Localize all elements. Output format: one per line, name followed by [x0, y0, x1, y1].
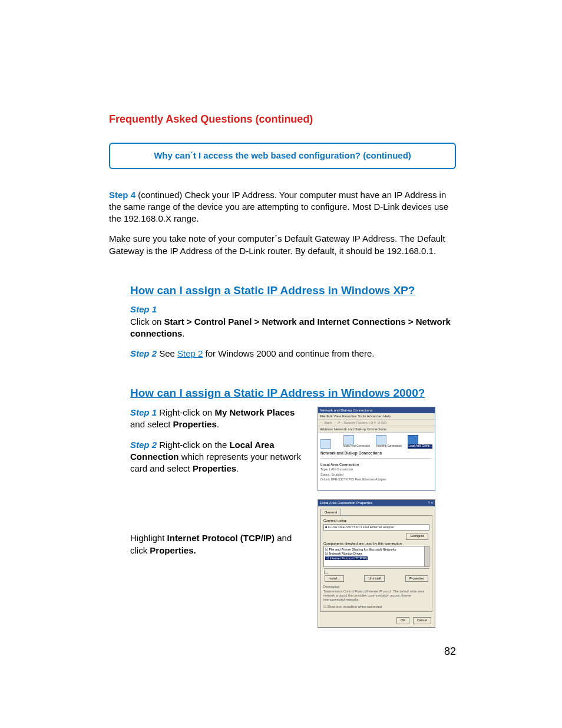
uninstall-button: Uninstall	[364, 575, 385, 582]
ss1-menubar: File Edit View Favorites Tools Advanced …	[318, 413, 435, 420]
xp-step1-post: .	[182, 328, 184, 338]
ss1-titlebar: Network and Dial-up Connections	[318, 407, 435, 413]
step4-paragraph: Step 4 (continued) Check your IP Address…	[109, 189, 456, 225]
xp-step1-pre: Click on	[130, 317, 164, 327]
ss2-tab-general: General	[320, 509, 341, 515]
ss1-sub: Local Area Connection	[320, 462, 432, 467]
connection-icon	[376, 435, 386, 444]
scrollbar	[424, 546, 429, 566]
w2k-section-title: How can I assign a Static IP Address in …	[109, 386, 456, 401]
w2k-step2: Step 2 Right-click on the Local Area Con…	[130, 439, 307, 475]
ss1-body: Make New Connection Incoming Connections…	[318, 433, 435, 490]
w2k-step2-post: .	[236, 463, 239, 473]
faq-title: Frequently Asked Questions (continued)	[109, 112, 456, 126]
xp-step2-link[interactable]: Step 2	[177, 348, 203, 358]
desc-label: Description	[323, 585, 429, 589]
xp-step1: Step 1 Click on Start > Control Panel > …	[130, 304, 456, 340]
show-icon-check: ☑ Show icon in taskbar when connected	[323, 605, 429, 609]
step4-continued: (continued)	[135, 190, 184, 200]
gateway-paragraph: Make sure you take note of your computer…	[109, 233, 456, 257]
xp-step1-bold: Start > Control Panel > Network and Inte…	[130, 317, 451, 338]
w2k-step1-label: Step 1	[130, 407, 157, 417]
list-item: ☑ File and Printer Sharing for Microsoft…	[325, 548, 428, 552]
configure-button: Configure	[406, 533, 428, 539]
ok-button: OK	[396, 617, 409, 624]
connection-icon	[343, 435, 354, 444]
ss1-heading: Network and Dial-up Connections	[320, 451, 432, 456]
icon-label-1: Incoming Connections	[376, 444, 402, 448]
ss2-title-text: Local Area Connection Properties	[320, 500, 372, 505]
network-connections-screenshot: Network and Dial-up Connections File Edi…	[318, 407, 435, 491]
ss2-connect-label: Connect using:	[323, 518, 429, 523]
screenshots-column: Network and Dial-up Connections File Edi…	[318, 407, 435, 628]
w2k-step1-bold1: My Network Places	[214, 407, 295, 417]
ss2-components-list: ☑ File and Printer Sharing for Microsoft…	[323, 546, 429, 567]
w2k-step2-bold2: Properties	[193, 463, 236, 473]
tcpip-bold1: Internet Protocol (TCP/IP)	[167, 533, 275, 543]
icon-label-2: Local Area Conne...	[408, 444, 432, 448]
ss2-adapter-field: ■ D-Link DFE-530TX PCI Fast Ethernet Ada…	[323, 524, 429, 531]
ss1-line3: D-Link DFE-530TX PCI Fast Ethernet Adapt…	[320, 477, 432, 482]
tcpip-pre: Highlight	[130, 533, 167, 543]
w2k-step1-mid: and select	[130, 419, 173, 429]
document-page: Frequently Asked Questions (continued) W…	[0, 0, 562, 717]
tcpip-bold2: Properties.	[150, 545, 196, 555]
xp-step1-label: Step 1	[130, 304, 157, 314]
lan-connection-icon	[408, 435, 418, 444]
properties-button: Properties	[405, 575, 428, 582]
page-number: 82	[109, 644, 456, 658]
install-button: Install...	[325, 575, 344, 582]
list-item: ☑ Network Monitor Driver	[325, 552, 428, 556]
desc-text: Transmission Control Protocol/Internet P…	[323, 589, 429, 602]
xp-step2-post: for Windows 2000 and continue from there…	[203, 348, 374, 358]
w2k-step1: Step 1 Right-click on My Network Places …	[130, 407, 307, 431]
cancel-button: Cancel	[413, 617, 431, 624]
ss1-line1: Type: LAN Connection	[320, 467, 432, 472]
w2k-step2-label: Step 2	[130, 440, 157, 450]
xp-step2-pre: See	[157, 348, 177, 358]
list-item-selected: ☑ Internet Protocol (TCP/IP)	[325, 556, 368, 560]
ss1-address: Address Network and Dial-up Connections	[318, 426, 435, 433]
ss1-line2: Status: Enabled	[320, 473, 432, 477]
icon-label-0: Make New Connection	[343, 444, 370, 448]
folder-icon	[320, 439, 331, 449]
ss1-toolbar: ← Back → ⟳ | Search Folders | ⧉ ✕ ⧉ ⧉ ⧉	[318, 420, 435, 426]
ss2-components-label: Components checked are used by this conn…	[323, 541, 429, 546]
xp-section-title: How can I assign a Static IP Address in …	[109, 283, 456, 298]
w2k-step2-pre: Right-click on the	[157, 440, 229, 450]
xp-step2-label: Step 2	[130, 348, 157, 358]
ss2-titlebar: Local Area Connection Properties ? ×	[318, 500, 435, 506]
w2k-instructions-column: Step 1 Right-click on My Network Places …	[109, 407, 307, 628]
xp-step2: Step 2 See Step 2 for Windows 2000 and c…	[130, 348, 456, 360]
w2k-tcpip: Highlight Internet Protocol (TCP/IP) and…	[130, 532, 307, 556]
lan-properties-screenshot: Local Area Connection Properties ? × Gen…	[318, 499, 435, 627]
w2k-step1-pre: Right-click on	[157, 407, 214, 417]
w2k-step1-bold2: Properties	[173, 419, 217, 429]
w2k-step1-post: .	[217, 419, 219, 429]
callout-box: Why can´t I access the web based configu…	[109, 143, 456, 169]
ss2-close: ? ×	[428, 500, 433, 505]
step4-label: Step 4	[109, 190, 135, 200]
